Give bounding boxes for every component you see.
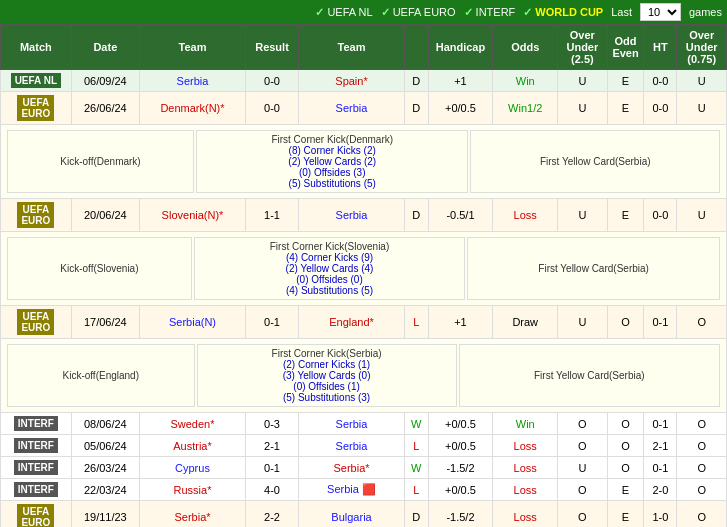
team1-cell: Sweden* (139, 413, 245, 435)
table-row: INTERF 05/06/24 Austria* 2-1 Serbia L +0… (1, 435, 727, 457)
detail-row: Kick-off(Slovenia) First Corner Kick(Slo… (1, 232, 727, 306)
team2-cell: Serbia (299, 92, 405, 125)
team2-cell: England* (299, 306, 405, 339)
wd-cell: D (405, 70, 429, 92)
header-team2: Team (299, 25, 405, 70)
oddeven-cell: E (607, 501, 644, 528)
team2-cell: Serbia (299, 413, 405, 435)
ou075-cell: U (677, 70, 727, 92)
uefa-euro-check[interactable]: ✓ UEFA EURO (381, 6, 456, 19)
handicap-cell: +1 (428, 70, 493, 92)
header-match: Match (1, 25, 72, 70)
detail-cell: Kick-off(Slovenia) First Corner Kick(Slo… (1, 232, 727, 306)
ou25-cell: U (558, 306, 607, 339)
yellow-detail: First Yellow Card(Serbia) (459, 344, 720, 407)
wd-cell: D (405, 501, 429, 528)
last-label: Last (611, 6, 632, 18)
match-badge: INTERF (1, 457, 72, 479)
date-cell: 08/06/24 (71, 413, 139, 435)
ou075-cell: O (677, 306, 727, 339)
oddeven-cell: O (607, 413, 644, 435)
result-cell: 0-1 (246, 457, 299, 479)
match-badge: INTERF (1, 435, 72, 457)
oddeven-cell: O (607, 435, 644, 457)
kickoff-detail: Kick-off(England) (7, 344, 195, 407)
ht-cell: 2-0 (644, 479, 677, 501)
result-cell: 2-2 (246, 501, 299, 528)
header-handicap: Handicap (428, 25, 493, 70)
oddeven-cell: O (607, 306, 644, 339)
ou075-cell: O (677, 413, 727, 435)
team1-cell: Slovenia(N)* (139, 199, 245, 232)
handicap-cell: +0/0.5 (428, 479, 493, 501)
match-badge: INTERF (1, 413, 72, 435)
ou25-cell: U (558, 92, 607, 125)
date-cell: 20/06/24 (71, 199, 139, 232)
ou075-cell: U (677, 199, 727, 232)
uefa-nl-check[interactable]: ✓ UEFA NL (315, 6, 372, 19)
ou075-cell: O (677, 457, 727, 479)
team1-cell: Denmark(N)* (139, 92, 245, 125)
top-bar: ✓ UEFA NL ✓ UEFA EURO ✓ INTERF ✓ WORLD C… (0, 0, 727, 24)
team2-cell: Serbia* (299, 457, 405, 479)
header-wd (405, 25, 429, 70)
yellow-detail: First Yellow Card(Serbia) (470, 130, 720, 193)
header-date: Date (71, 25, 139, 70)
match-badge: UEFAEURO (1, 501, 72, 528)
header-odds: Odds (493, 25, 558, 70)
date-cell: 17/06/24 (71, 306, 139, 339)
ou075-cell: U (677, 92, 727, 125)
ou25-cell: O (558, 435, 607, 457)
world-cup-check[interactable]: ✓ WORLD CUP (523, 6, 603, 19)
games-select[interactable]: 10 5 15 20 (640, 3, 681, 21)
header-ou075: Over Under (0.75) (677, 25, 727, 70)
ou25-cell: O (558, 501, 607, 528)
oddeven-cell: E (607, 199, 644, 232)
team1-cell: Austria* (139, 435, 245, 457)
oddeven-cell: E (607, 479, 644, 501)
team2-cell: Bulgaria (299, 501, 405, 528)
result-cell: 0-0 (246, 92, 299, 125)
date-cell: 22/03/24 (71, 479, 139, 501)
main-table: Match Date Team Result Team Handicap Odd… (0, 24, 727, 527)
date-cell: 19/11/23 (71, 501, 139, 528)
table-row: UEFAEURO 26/06/24 Denmark(N)* 0-0 Serbia… (1, 92, 727, 125)
table-row: INTERF 08/06/24 Sweden* 0-3 Serbia W +0/… (1, 413, 727, 435)
handicap-cell: +0/0.5 (428, 92, 493, 125)
detail-cell: Kick-off(Denmark) First Corner Kick(Denm… (1, 125, 727, 199)
team1-cell: Serbia* (139, 501, 245, 528)
odds-cell: Draw (493, 306, 558, 339)
corner-detail: First Corner Kick(Slovenia)(4) Corner Ki… (194, 237, 465, 300)
odds-cell: Win (493, 413, 558, 435)
result-cell: 2-1 (246, 435, 299, 457)
ou25-cell: U (558, 199, 607, 232)
corner-detail: First Corner Kick(Denmark)(8) Corner Kic… (196, 130, 468, 193)
odds-cell: Win1/2 (493, 92, 558, 125)
result-cell: 0-1 (246, 306, 299, 339)
match-badge: INTERF (1, 479, 72, 501)
games-label: games (689, 6, 722, 18)
kickoff-detail: Kick-off(Denmark) (7, 130, 194, 193)
wd-cell: L (405, 306, 429, 339)
detail-cell: Kick-off(England) First Corner Kick(Serb… (1, 339, 727, 413)
ou25-cell: O (558, 479, 607, 501)
corner-detail: First Corner Kick(Serbia)(2) Corner Kick… (197, 344, 457, 407)
ht-cell: 0-1 (644, 413, 677, 435)
match-badge: UEFAEURO (1, 92, 72, 125)
match-badge: UEFA NL (1, 70, 72, 92)
date-cell: 26/06/24 (71, 92, 139, 125)
handicap-cell: +0/0.5 (428, 435, 493, 457)
yellow-detail: First Yellow Card(Serbia) (467, 237, 720, 300)
header-oddeven: Odd Even (607, 25, 644, 70)
team2-cell: Serbia (299, 199, 405, 232)
handicap-cell: +0/0.5 (428, 413, 493, 435)
interf-check[interactable]: ✓ INTERF (464, 6, 516, 19)
handicap-cell: -1.5/2 (428, 501, 493, 528)
result-cell: 0-3 (246, 413, 299, 435)
ou25-cell: O (558, 413, 607, 435)
table-row: UEFAEURO 19/11/23 Serbia* 2-2 Bulgaria D… (1, 501, 727, 528)
table-row: UEFAEURO 17/06/24 Serbia(N) 0-1 England*… (1, 306, 727, 339)
result-cell: 0-0 (246, 70, 299, 92)
odds-cell: Loss (493, 457, 558, 479)
wd-cell: W (405, 413, 429, 435)
